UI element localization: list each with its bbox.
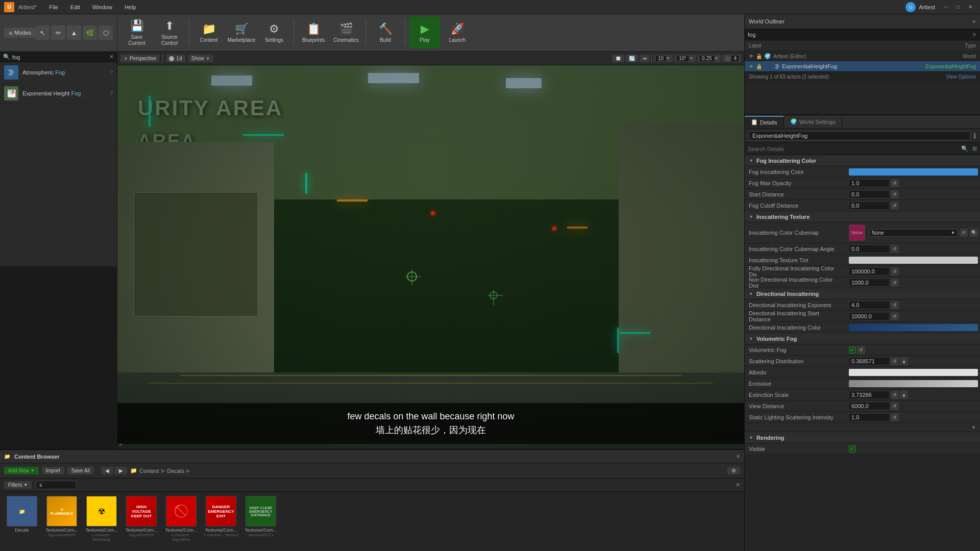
- path-content[interactable]: Content: [139, 468, 159, 474]
- fog-cutoff-input[interactable]: [849, 202, 890, 210]
- path-decals[interactable]: Decals: [167, 468, 185, 474]
- scale-value-button[interactable]: 0.25 ▼: [697, 55, 721, 62]
- details-search-input[interactable]: [748, 146, 959, 152]
- asset-search-input[interactable]: [36, 481, 77, 489]
- perspective-button[interactable]: ▼ Perspective: [120, 55, 159, 62]
- scattering-dist-input[interactable]: [849, 357, 890, 365]
- rendering-header[interactable]: ▼ Rendering: [745, 432, 980, 443]
- grid-size-button[interactable]: 10 ▼: [653, 55, 673, 62]
- scale-snap-button[interactable]: ⇔: [640, 55, 650, 62]
- fog-search-input[interactable]: [12, 54, 107, 60]
- fog-color-swatch[interactable]: [849, 168, 978, 176]
- geometry-tool[interactable]: ⬡: [99, 26, 113, 40]
- show-button[interactable]: Show ▼: [188, 55, 213, 62]
- asset-tex-1[interactable]: ⚠FLAMMABLE Textures/Com... SignalAcid000…: [44, 496, 80, 548]
- scattering-dist-up[interactable]: ▲: [900, 357, 908, 365]
- directional-inscattering-header[interactable]: ▼ Directional Inscattering: [745, 288, 980, 299]
- texture-tint-swatch[interactable]: [849, 257, 978, 264]
- albedo-swatch[interactable]: [849, 369, 978, 376]
- cubemap-angle-reset[interactable]: ↺: [891, 245, 899, 253]
- exponential-height-fog-item[interactable]: 🌁 Exponential Height Fog ?: [0, 83, 117, 104]
- actor-name-input[interactable]: [749, 131, 970, 140]
- cubemap-dropdown[interactable]: None ▼: [869, 229, 958, 237]
- volumetric-fog-header[interactable]: ▼ Volumetric Fog: [745, 333, 980, 344]
- source-control-button[interactable]: ⬆ Source Control: [154, 17, 185, 48]
- actor-info-button[interactable]: ℹ: [973, 132, 976, 140]
- fog-max-opacity-input[interactable]: [849, 179, 890, 187]
- foliage-tool[interactable]: 🌿: [83, 26, 97, 40]
- atmospheric-fog-help-icon[interactable]: ?: [110, 69, 113, 76]
- blueprints-button[interactable]: 📋 Blueprints: [298, 17, 329, 48]
- tab-details[interactable]: 📋 Details: [745, 116, 784, 128]
- scattering-dist-reset[interactable]: ↺: [891, 357, 899, 365]
- select-tool[interactable]: ↖: [35, 26, 50, 40]
- angle-snap-button[interactable]: 10° ▼: [674, 55, 696, 62]
- menu-edit[interactable]: Edit: [68, 3, 82, 11]
- fully-directional-reset[interactable]: ↺: [891, 267, 899, 276]
- view-options-button[interactable]: View Options: [946, 74, 976, 80]
- cubemap-reset-button[interactable]: ↺: [960, 229, 968, 237]
- landscape-tool[interactable]: ▲: [67, 26, 81, 40]
- dir-ins-start-input[interactable]: [849, 312, 890, 320]
- dir-ins-start-reset[interactable]: ↺: [891, 312, 899, 320]
- cb-settings-button[interactable]: ⚙: [727, 467, 740, 474]
- cam-speed-button[interactable]: 🎥 4: [722, 55, 741, 62]
- wo-close-button[interactable]: ✕: [972, 19, 976, 24]
- world-outliner-row-editor[interactable]: 👁 🔒 🌍 Arttest (Editor) World: [745, 51, 980, 61]
- content-button[interactable]: 📁 Content: [193, 17, 224, 48]
- exponential-fog-help-icon[interactable]: ?: [110, 90, 113, 96]
- cubemap-browse-button[interactable]: 🔍: [970, 229, 978, 237]
- paint-tool[interactable]: ✏: [51, 26, 65, 40]
- menu-window[interactable]: Window: [90, 3, 114, 11]
- import-button[interactable]: Import: [42, 467, 64, 474]
- save-all-button[interactable]: Save All: [67, 467, 94, 474]
- back-button[interactable]: ◀: [101, 467, 113, 474]
- menu-file[interactable]: File: [47, 3, 60, 11]
- settings-button[interactable]: ⚙ Settings: [259, 17, 289, 48]
- restore-button[interactable]: □: [952, 3, 964, 12]
- filter-close-button[interactable]: ✕: [736, 482, 740, 488]
- non-directional-input[interactable]: [849, 279, 890, 287]
- start-distance-reset[interactable]: ↺: [891, 190, 899, 198]
- view-distance-reset[interactable]: ↺: [891, 402, 899, 410]
- asset-tex-4[interactable]: 🚫 Textures/Com... 1 masked · SignalFire: [163, 496, 199, 548]
- tab-world-settings[interactable]: 🌍 World Settings: [784, 116, 842, 127]
- volumetric-fog-checkbox[interactable]: ✓: [849, 346, 856, 354]
- asset-tex-3[interactable]: HIGHVOLTAGEKEEP OUT Textures/Com... Sign…: [124, 496, 159, 548]
- fully-directional-input[interactable]: [849, 267, 890, 276]
- fog-inscattering-header[interactable]: ▼ Fog Inscattering Color: [745, 155, 980, 166]
- asset-tex-6[interactable]: KEEP CLEAREMERGENCYENTRANCE Textures/Com…: [243, 496, 279, 548]
- non-directional-reset[interactable]: ↺: [891, 279, 899, 287]
- cb-close-button[interactable]: ✕: [736, 454, 740, 459]
- fog-max-opacity-reset[interactable]: ↺: [891, 179, 899, 187]
- dir-ins-exponent-input[interactable]: [849, 301, 890, 309]
- cubemap-angle-input[interactable]: [849, 245, 890, 253]
- grid-snap-button[interactable]: 🔲: [612, 55, 624, 62]
- volumetric-fog-reset[interactable]: ↺: [857, 346, 865, 354]
- fog-cutoff-reset[interactable]: ↺: [891, 202, 899, 210]
- extinction-scale-up[interactable]: ▲: [900, 391, 908, 399]
- extinction-scale-input[interactable]: [849, 391, 890, 399]
- asset-tex-5[interactable]: DANGEREMERGENCYEXIT Textures/Com... 1 ma…: [203, 496, 239, 548]
- asset-tex-2[interactable]: ☢ Textures/Com... 1 masked · Electricity: [84, 496, 119, 548]
- dir-ins-color-swatch[interactable]: [849, 324, 978, 331]
- modes-button[interactable]: ◀ Modes: [4, 28, 35, 38]
- view-distance-input[interactable]: [849, 402, 890, 410]
- wo-search-clear[interactable]: ✕: [972, 31, 977, 38]
- menu-help[interactable]: Help: [122, 3, 138, 11]
- static-lighting-reset[interactable]: ↺: [891, 413, 899, 421]
- lit-button[interactable]: Lit: [166, 55, 185, 62]
- filters-button[interactable]: Filters ▼: [4, 481, 32, 489]
- build-button[interactable]: 🔨 Build: [370, 17, 401, 48]
- start-distance-input[interactable]: [849, 190, 890, 198]
- marketplace-button[interactable]: 🛒 Marketplace: [226, 17, 257, 48]
- world-outliner-row-fog[interactable]: 👁 🔒 🌫 ExponentialHeightFog ExponentialHe…: [745, 61, 980, 71]
- inscattering-texture-header[interactable]: ▼ Inscattering Texture: [745, 211, 980, 222]
- launch-button[interactable]: 🚀 Launch: [442, 17, 473, 48]
- cinematics-button[interactable]: 🎬 Cinematics: [331, 17, 361, 48]
- extinction-scale-reset[interactable]: ↺: [891, 391, 899, 399]
- minimize-button[interactable]: ─: [940, 3, 951, 12]
- dir-ins-exponent-reset[interactable]: ↺: [891, 301, 899, 309]
- emissive-swatch[interactable]: [849, 380, 978, 387]
- add-new-button[interactable]: Add New ▼: [4, 467, 39, 474]
